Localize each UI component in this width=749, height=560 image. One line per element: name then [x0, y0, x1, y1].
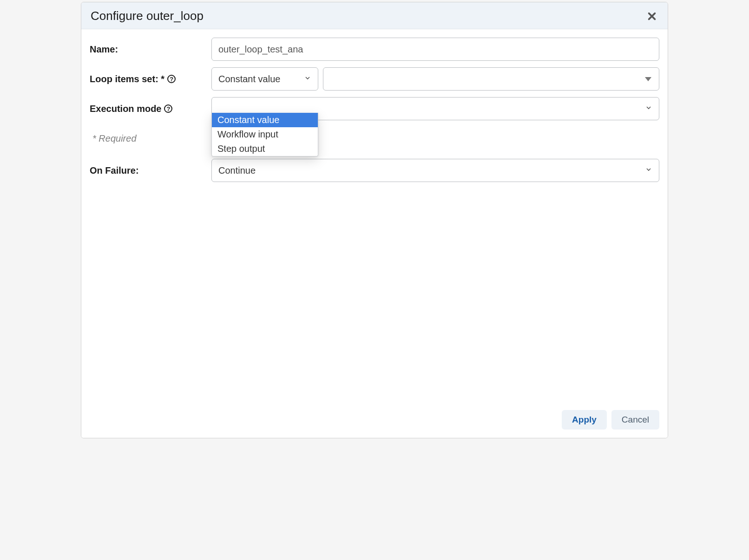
loop-items-type-value: Constant value [218, 74, 304, 85]
help-icon[interactable]: ? [164, 104, 172, 113]
required-note: * Required [92, 133, 659, 144]
row-execution-mode: Execution mode ? [90, 97, 659, 120]
label-execution-mode-text: Execution mode [90, 104, 161, 114]
chevron-down-icon [645, 104, 652, 113]
loop-items-type-dropdown: Constant value Workflow input Step outpu… [211, 113, 318, 156]
on-failure-value: Continue [218, 165, 645, 176]
chevron-down-icon [645, 166, 652, 175]
dropdown-option-constant-value[interactable]: Constant value [212, 113, 318, 127]
on-failure-select[interactable]: Continue [211, 159, 659, 182]
configure-dialog: Configure outer_loop Name: Loop items se… [81, 2, 668, 438]
dialog-title: Configure outer_loop [91, 9, 204, 23]
triangle-down-icon [645, 77, 651, 81]
close-icon [647, 11, 657, 21]
field-name [211, 38, 659, 61]
close-button[interactable] [645, 10, 658, 23]
row-on-failure: On Failure: Continue [90, 159, 659, 182]
loop-items-type-select[interactable]: Constant value [211, 67, 318, 91]
dialog-footer: Apply Cancel [81, 404, 668, 438]
field-on-failure: Continue [211, 159, 659, 182]
label-loop-items-text: Loop items set: * [90, 74, 164, 85]
label-loop-items: Loop items set: * ? [90, 74, 211, 85]
label-execution-mode: Execution mode ? [90, 104, 211, 114]
label-on-failure: On Failure: [90, 165, 211, 176]
row-loop-items: Loop items set: * ? Constant value [90, 67, 659, 91]
field-loop-items: Constant value [211, 67, 659, 91]
cancel-button[interactable]: Cancel [611, 410, 659, 430]
loop-items-value-select[interactable] [323, 67, 659, 91]
dropdown-option-step-output[interactable]: Step output [212, 142, 318, 156]
apply-button[interactable]: Apply [562, 410, 607, 430]
dialog-header: Configure outer_loop [81, 2, 668, 29]
chevron-down-icon [304, 74, 311, 84]
row-name: Name: [90, 38, 659, 61]
name-input[interactable] [211, 38, 659, 61]
dropdown-option-workflow-input[interactable]: Workflow input [212, 127, 318, 142]
label-name: Name: [90, 44, 211, 55]
help-icon[interactable]: ? [167, 75, 176, 83]
dialog-body: Name: Loop items set: * ? Constant value [81, 29, 668, 404]
